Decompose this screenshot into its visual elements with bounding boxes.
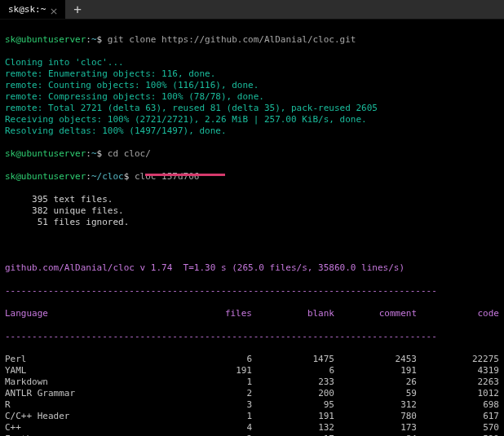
new-tab-button[interactable]: + bbox=[65, 2, 90, 17]
table-row: Perl61475245322275 bbox=[5, 354, 499, 365]
cloc-divider-mid: ----------------------------------------… bbox=[5, 331, 499, 342]
git-output-line: Cloning into 'cloc'... bbox=[5, 57, 499, 68]
highlight-underline bbox=[145, 174, 225, 176]
table-row: R395312698 bbox=[5, 399, 499, 411]
table-row: ANTLR Grammar2200591012 bbox=[5, 388, 499, 399]
cloc-summary-line: 51 files ignored. bbox=[5, 217, 499, 228]
table-row: YAML19161914319 bbox=[5, 365, 499, 377]
table-row: C/C++ Header1191780617 bbox=[5, 411, 499, 422]
git-output-line: remote: Compressing objects: 100% (78/78… bbox=[5, 91, 499, 103]
git-output-line: remote: Counting objects: 100% (116/116)… bbox=[5, 80, 499, 91]
git-output-line: Receiving objects: 100% (2721/2721), 2.2… bbox=[5, 114, 499, 126]
terminal-tab-1[interactable]: sk@sk:~ bbox=[0, 0, 65, 19]
cloc-meta: github.com/AlDanial/cloc v 1.74 T=1.30 s… bbox=[5, 262, 499, 274]
tab-bar: sk@sk:~ + bbox=[0, 0, 504, 20]
cloc-header-row: Language files blank comment code bbox=[5, 308, 499, 319]
cloc-summary-line: 382 unique files. bbox=[5, 205, 499, 217]
cloc-divider-top: ----------------------------------------… bbox=[5, 285, 499, 297]
table-row: C++4132173570 bbox=[5, 422, 499, 434]
table-row: Markdown1233262263 bbox=[5, 377, 499, 388]
git-output-line: remote: Enumerating objects: 116, done. bbox=[5, 68, 499, 80]
cloc-summary-line: 395 text files. bbox=[5, 194, 499, 205]
git-output-line: Resolving deltas: 100% (1497/1497), done… bbox=[5, 126, 499, 137]
git-output-line: remote: Total 2721 (delta 63), reused 81… bbox=[5, 103, 499, 114]
close-icon[interactable] bbox=[51, 7, 57, 13]
cloc-table-body: Perl61475245322275YAML19161914319Markdow… bbox=[5, 354, 499, 436]
cloc-table: Language files blank comment code bbox=[5, 308, 499, 319]
tab-label: sk@sk:~ bbox=[8, 4, 46, 15]
terminal-output[interactable]: sk@ubuntuserver:~$ git clone https://git… bbox=[0, 20, 504, 436]
